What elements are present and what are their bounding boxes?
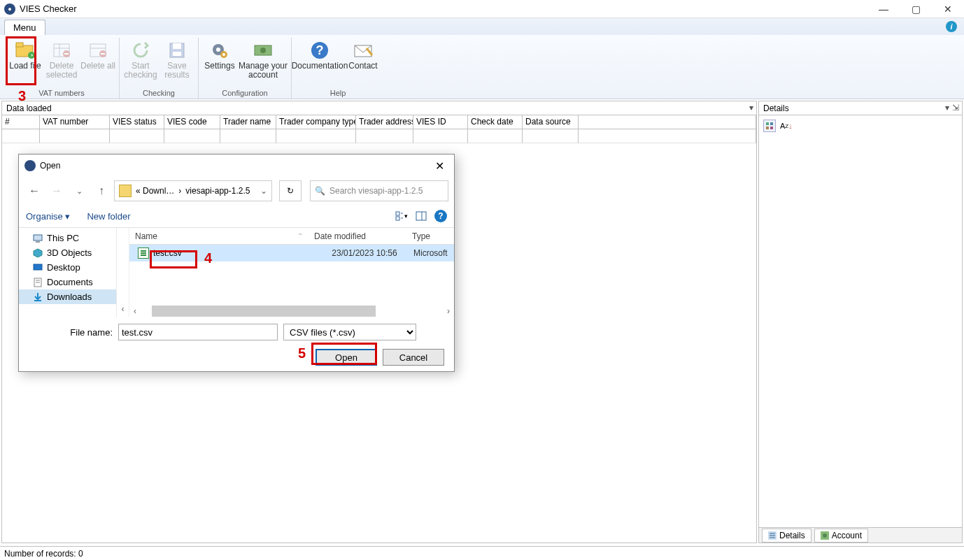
nav-this-pc[interactable]: This PC	[19, 231, 116, 245]
file-name-label: File name:	[29, 327, 113, 338]
ribbon-group-vat-label: VAT numbers	[38, 89, 84, 99]
account-tab-icon	[821, 531, 829, 540]
svg-point-34	[823, 533, 827, 538]
manage-account-button[interactable]: Manage your account	[238, 38, 288, 89]
col-company-type[interactable]: Trader company type	[276, 115, 356, 129]
file-list: Name⌃ Date modified Type test.csv 23/01/…	[129, 228, 454, 317]
search-input[interactable]: 🔍 Search viesapi-app-1.2.5	[310, 180, 448, 201]
svg-point-20	[260, 48, 266, 53]
open-dialog: Open ✕ ← → ⌄ ↑ « Downl… › viesapi-app-1.…	[18, 154, 455, 372]
preview-pane-button[interactable]	[415, 210, 427, 222]
sort-indicator-icon: ⌃	[297, 232, 303, 240]
breadcrumb-dropdown-icon[interactable]: ⌄	[260, 186, 267, 196]
documentation-button[interactable]: ? Documentation	[295, 38, 345, 89]
categorize-icon[interactable]	[763, 120, 776, 132]
col-date[interactable]: Date modified	[309, 231, 406, 241]
dialog-close-button[interactable]: ✕	[431, 159, 448, 173]
file-type-cell: Microsoft	[413, 248, 454, 258]
grid-filter-row	[2, 129, 756, 143]
window-title: VIES Checker	[20, 3, 867, 14]
ribbon-group-config-label: Configuration	[222, 89, 267, 99]
ribbon-group-checking-label: Checking	[143, 89, 175, 99]
file-name-input[interactable]	[118, 324, 278, 340]
col-type[interactable]: Type	[406, 231, 454, 241]
account-tab[interactable]: Account	[814, 529, 868, 543]
window-title-bar: ● VIES Checker ― ▢ ✕	[0, 0, 964, 18]
file-row[interactable]: test.csv 23/01/2023 10:56 Microsoft	[129, 245, 454, 261]
new-folder-button[interactable]: New folder	[87, 211, 130, 222]
panel-menu-icon[interactable]: ▾	[749, 103, 753, 113]
delete-selected-icon	[50, 39, 73, 62]
document-icon	[33, 278, 43, 287]
col-index[interactable]: #	[2, 115, 40, 129]
nav-history-button[interactable]: ⌄	[69, 181, 89, 201]
dialog-help-icon[interactable]: ?	[434, 210, 447, 222]
pc-icon	[33, 234, 43, 243]
nav-back-button[interactable]: ←	[24, 181, 44, 201]
svg-rect-28	[770, 127, 773, 129]
col-name[interactable]: Name⌃	[129, 231, 309, 241]
file-list-scrollbar[interactable]: ‹›	[129, 306, 454, 317]
nav-forward-button[interactable]: →	[47, 181, 66, 201]
gear-icon	[208, 39, 231, 62]
dialog-title: Open	[40, 161, 431, 171]
col-trader-address[interactable]: Trader address	[356, 115, 413, 129]
nav-documents[interactable]: Documents	[19, 275, 116, 289]
nav-tree: This PC 3D Objects Desktop Documents Dow…	[19, 228, 117, 317]
menu-tab-row: Menu i	[0, 18, 964, 35]
col-vies-code[interactable]: VIES code	[164, 115, 220, 129]
col-vat-number[interactable]: VAT number	[40, 115, 110, 129]
address-bar[interactable]: « Downl… › viesapi-app-1.2.5 ⌄	[114, 180, 272, 201]
delete-all-button[interactable]: Delete all	[80, 38, 116, 89]
menu-tab[interactable]: Menu	[4, 20, 45, 35]
refresh-icon	[129, 39, 152, 62]
cancel-button[interactable]: Cancel	[383, 349, 444, 366]
svg-rect-39	[416, 212, 426, 220]
status-records: Number of records: 0	[4, 549, 83, 559]
start-checking-button[interactable]: Start checking	[122, 38, 159, 89]
search-icon: 🔍	[315, 186, 325, 196]
col-vies-status[interactable]: VIES status	[110, 115, 164, 129]
delete-selected-button[interactable]: Delete selected	[43, 38, 80, 89]
minimize-button[interactable]: ―	[867, 0, 900, 18]
sort-az-icon[interactable]: AZ↓	[780, 120, 793, 132]
tree-scroll-left[interactable]: ‹	[117, 228, 129, 317]
refresh-button[interactable]: ↻	[279, 180, 302, 201]
panel-dropdown-icon[interactable]: ▾	[945, 103, 949, 113]
grid-header: # VAT number VIES status VIES code Trade…	[2, 115, 756, 129]
svg-rect-13	[173, 43, 181, 49]
nav-up-button[interactable]: ↑	[92, 181, 111, 201]
details-panel: Details ▾⇲ AZ↓ Details Account	[758, 101, 963, 543]
organise-button[interactable]: Organise ▾	[26, 211, 70, 222]
nav-desktop[interactable]: Desktop	[19, 260, 116, 275]
close-button[interactable]: ✕	[932, 0, 964, 18]
settings-button[interactable]: Settings	[201, 38, 238, 89]
nav-3d-objects[interactable]: 3D Objects	[19, 245, 116, 260]
load-file-button[interactable]: Load file	[7, 38, 43, 89]
details-tab[interactable]: Details	[762, 529, 811, 543]
download-icon	[33, 292, 43, 302]
info-icon[interactable]: i	[946, 21, 957, 32]
status-bar: Number of records: 0	[0, 546, 964, 560]
svg-rect-14	[173, 52, 181, 56]
panel-pin-icon[interactable]: ⇲	[952, 103, 959, 113]
file-name-cell: test.csv	[153, 248, 316, 258]
save-results-button[interactable]: Save results	[159, 38, 195, 89]
contact-button[interactable]: Contact	[345, 38, 381, 89]
col-vies-id[interactable]: VIES ID	[413, 115, 468, 129]
col-check-date[interactable]: Check date	[468, 115, 523, 129]
mail-icon	[352, 39, 374, 62]
svg-rect-35	[396, 212, 399, 215]
view-options-button[interactable]: ▾	[395, 210, 408, 222]
file-type-filter[interactable]: CSV files (*.csv)	[283, 324, 416, 340]
col-trader-name[interactable]: Trader name	[220, 115, 276, 129]
col-data-source[interactable]: Data source	[523, 115, 579, 129]
details-panel-title: Details	[763, 103, 789, 113]
ribbon: Load file Delete selected Delete all VAT…	[0, 35, 964, 99]
nav-downloads[interactable]: Downloads	[19, 289, 116, 304]
open-button[interactable]: Open	[316, 349, 377, 366]
maximize-button[interactable]: ▢	[900, 0, 932, 18]
help-icon: ?	[309, 39, 331, 62]
cube-icon	[33, 248, 43, 258]
csv-file-icon	[138, 247, 149, 259]
